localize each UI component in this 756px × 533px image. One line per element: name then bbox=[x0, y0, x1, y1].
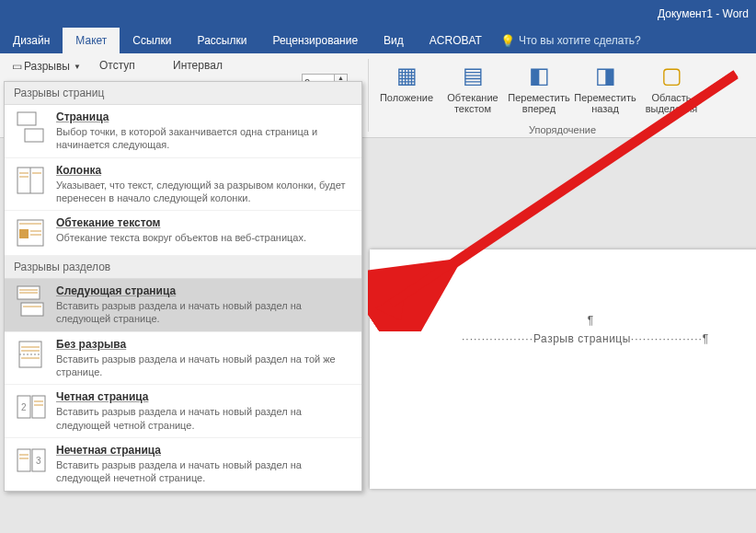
svg-text:3: 3 bbox=[36, 456, 41, 466]
tab-layout[interactable]: Макет bbox=[63, 28, 120, 53]
menu-item-desc: Вставить разрыв раздела и начать новый р… bbox=[56, 458, 352, 485]
even-page-icon: 2 bbox=[14, 390, 47, 423]
column-break-icon bbox=[14, 164, 47, 197]
bring-forward-button[interactable]: ◧ Переместить вперед bbox=[509, 59, 569, 116]
send-backward-button[interactable]: ◨ Переместить назад bbox=[575, 59, 636, 116]
breaks-icon: ▭ bbox=[12, 60, 22, 73]
tell-me-label: Что вы хотите сделать? bbox=[519, 34, 641, 47]
next-page-icon bbox=[14, 284, 47, 318]
tab-design[interactable]: Дизайн bbox=[0, 28, 63, 53]
selection-pane-button[interactable]: ▢ Область выделения bbox=[641, 59, 702, 116]
position-label: Положение bbox=[380, 92, 433, 103]
chevron-down-icon: ▼ bbox=[74, 63, 81, 71]
menu-item-desc: Вставить разрыв раздела и начать новый р… bbox=[56, 405, 352, 432]
ribbon-tabs: Дизайн Макет Ссылки Рассылки Рецензирова… bbox=[0, 28, 756, 53]
selection-pane-label: Область выделения bbox=[645, 92, 698, 114]
menu-item-title: Следующая страница bbox=[56, 284, 352, 297]
bring-forward-label: Переместить вперед bbox=[508, 92, 569, 114]
breaks-label: Разрывы bbox=[24, 60, 70, 73]
tab-review[interactable]: Рецензирование bbox=[259, 28, 371, 53]
page-break-icon bbox=[14, 110, 47, 144]
breaks-dropdown-button[interactable]: ▭ Разрывы ▼ bbox=[7, 57, 86, 75]
wrap-text-label: Обтекание текстом bbox=[446, 92, 499, 114]
menu-item-text-wrapping[interactable]: Обтекание текстом Обтекание текста вокру… bbox=[5, 211, 361, 256]
position-icon: ▦ bbox=[392, 61, 421, 90]
odd-page-icon: 3 bbox=[14, 444, 47, 477]
dropdown-section-section-breaks: Разрывы разделов bbox=[5, 256, 361, 279]
page-break-label: Разрыв страницы bbox=[533, 332, 631, 345]
tab-links[interactable]: Ссылки bbox=[120, 28, 184, 53]
arrange-group-label: Упорядочение bbox=[369, 124, 756, 135]
menu-item-desc: Обтекание текста вокруг объектов на веб-… bbox=[56, 231, 352, 244]
wrap-text-button[interactable]: ▤ Обтекание текстом bbox=[442, 59, 503, 116]
svg-rect-27 bbox=[17, 449, 30, 471]
menu-item-title: Обтекание текстом bbox=[56, 216, 352, 229]
svg-rect-8 bbox=[19, 229, 29, 238]
menu-item-title: Страница bbox=[56, 110, 352, 123]
menu-item-odd-page[interactable]: 3 Нечетная страница Вставить разрыв разд… bbox=[5, 438, 361, 491]
svg-text:2: 2 bbox=[21, 402, 27, 412]
tab-mailings[interactable]: Рассылки bbox=[185, 28, 260, 53]
title-bar: Документ1 - Word bbox=[0, 0, 756, 28]
svg-rect-15 bbox=[21, 303, 43, 316]
send-backward-label: Переместить назад bbox=[574, 92, 636, 114]
tab-acrobat[interactable]: ACROBAT bbox=[417, 28, 495, 53]
selection-pane-icon: ▢ bbox=[657, 61, 686, 90]
dropdown-section-page-breaks: Разрывы страниц bbox=[5, 82, 361, 105]
breaks-dropdown-menu: Разрывы страниц Страница Выбор точки, в … bbox=[4, 81, 362, 492]
svg-rect-1 bbox=[25, 129, 43, 142]
continuous-icon bbox=[14, 338, 47, 371]
menu-item-continuous[interactable]: Без разрыва Вставить разрыв раздела и на… bbox=[5, 332, 361, 386]
spacing-group-label: Интервал bbox=[173, 59, 287, 72]
menu-item-title: Без разрыва bbox=[56, 338, 352, 351]
tab-view[interactable]: Вид bbox=[371, 28, 417, 53]
bring-forward-icon: ◧ bbox=[524, 61, 554, 90]
svg-rect-24 bbox=[32, 396, 45, 418]
menu-item-column[interactable]: Колонка Указывает, что текст, следующий … bbox=[5, 158, 361, 212]
menu-item-title: Нечетная страница bbox=[56, 444, 352, 457]
page-break-indicator: Разрыв страницы¶ bbox=[462, 332, 719, 345]
document-page[interactable]: ¶ Разрыв страницы¶ bbox=[370, 249, 756, 489]
indent-group-label: Отступ bbox=[99, 59, 158, 72]
menu-item-next-page[interactable]: Следующая страница Вставить разрыв разде… bbox=[5, 279, 361, 332]
menu-item-title: Колонка bbox=[56, 164, 352, 177]
paragraph-mark: ¶ bbox=[703, 332, 709, 345]
document-title: Документ1 - Word bbox=[658, 7, 749, 20]
position-button[interactable]: ▦ Положение bbox=[376, 59, 437, 116]
menu-item-desc: Выбор точки, в которой заканчивается одн… bbox=[56, 125, 352, 152]
menu-item-desc: Вставить разрыв раздела и начать новый р… bbox=[56, 299, 352, 326]
wrap-text-icon: ▤ bbox=[458, 61, 487, 90]
menu-item-desc: Указывает, что текст, следующий за разры… bbox=[56, 179, 352, 205]
menu-item-even-page[interactable]: 2 Четная страница Вставить разрыв раздел… bbox=[5, 385, 361, 438]
tell-me-search[interactable]: 💡 Что вы хотите сделать? bbox=[500, 34, 641, 48]
menu-item-desc: Вставить разрыв раздела и начать новый р… bbox=[56, 353, 352, 379]
bulb-icon: 💡 bbox=[500, 34, 515, 48]
paragraph-mark: ¶ bbox=[588, 314, 593, 327]
send-backward-icon: ◨ bbox=[590, 61, 620, 90]
arrange-group: ▦ Положение ▤ Обтекание текстом ◧ Переме… bbox=[369, 53, 756, 118]
document-canvas: ¶ Разрыв страницы¶ bbox=[368, 139, 756, 533]
text-wrapping-icon bbox=[14, 216, 47, 249]
menu-item-page[interactable]: Страница Выбор точки, в которой заканчив… bbox=[5, 105, 361, 158]
menu-item-title: Четная страница bbox=[56, 390, 352, 403]
svg-rect-0 bbox=[17, 112, 36, 125]
